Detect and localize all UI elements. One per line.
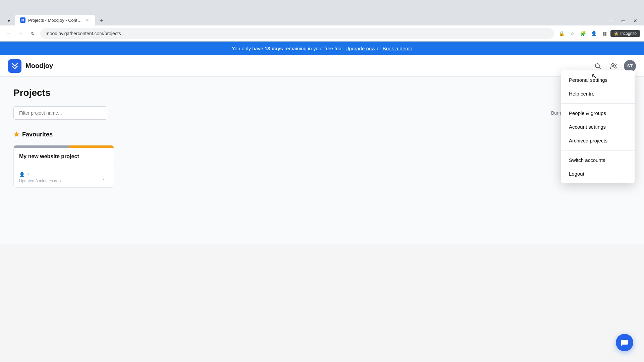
extension-icon[interactable]: 🧩: [578, 29, 588, 38]
menu-item-archived-projects[interactable]: Archived projects: [561, 134, 635, 147]
tab-favicon: M: [20, 17, 25, 23]
card-progress-bar: [14, 145, 114, 148]
address-bar: ← → ↻ 🔒 ☆ 🧩 👤 ▦ 🕵 Incognito: [0, 25, 644, 42]
forward-btn[interactable]: →: [16, 29, 25, 38]
browser-chrome: ▾ M Projects - Moodjoy - Content W ✕ + ─…: [0, 0, 644, 42]
archived-projects-label: Archived projects: [569, 138, 607, 143]
incognito-icon: 🕵: [614, 31, 619, 36]
user-icon: 👤: [19, 172, 25, 177]
menu-item-account-settings[interactable]: Account settings: [561, 120, 635, 134]
address-input[interactable]: [40, 28, 554, 39]
refresh-btn[interactable]: ↻: [28, 29, 38, 38]
banner-text-middle: remaining in your free trial.: [284, 46, 345, 51]
close-btn[interactable]: ✕: [631, 16, 640, 25]
active-tab[interactable]: M Projects - Moodjoy - Content W ✕: [15, 15, 95, 25]
menu-item-help-centre[interactable]: Help centre: [561, 87, 635, 101]
tab-title: Projects - Moodjoy - Content W: [28, 18, 82, 23]
chat-bubble-btn[interactable]: [616, 334, 633, 351]
users-count: 1: [27, 172, 29, 177]
profile-icon[interactable]: 👤: [589, 29, 598, 38]
card-timestamp: Updated 8 minutes ago: [19, 179, 61, 183]
dropdown-divider-2: [561, 150, 635, 150]
page-title: Projects: [13, 87, 631, 98]
tab-dropdown-btn[interactable]: ▾: [4, 16, 13, 25]
card-footer: 👤 1 Updated 8 minutes ago ⋮: [14, 168, 114, 187]
switch-accounts-label: Switch accounts: [569, 157, 605, 163]
star-bookmark-icon[interactable]: ☆: [568, 29, 577, 38]
filter-input[interactable]: [13, 106, 107, 120]
app-name: Moodjoy: [25, 62, 53, 70]
card-title: My new website project: [19, 154, 108, 160]
logo-icon: [8, 59, 21, 73]
tabs-bar: ▾ M Projects - Moodjoy - Content W ✕ + ─…: [0, 13, 644, 25]
minimize-btn[interactable]: ─: [606, 16, 616, 25]
incognito-label: Incognito: [620, 31, 637, 36]
favourites-section: ★ Favourites My new website project 👤 1 …: [13, 130, 631, 188]
menu-item-logout[interactable]: Logout: [561, 167, 635, 181]
trial-banner: You only have 13 days remaining in your …: [0, 42, 644, 55]
browser-titlebar: [0, 0, 644, 13]
menu-item-personal-settings[interactable]: Personal settings: [561, 73, 635, 87]
menu-item-people-groups[interactable]: People & groups: [561, 106, 635, 120]
progress-orange: [69, 145, 114, 148]
svg-line-1: [599, 67, 601, 69]
dropdown-menu: Personal settings Help centre People & g…: [561, 70, 635, 183]
section-label: Favourites: [22, 131, 53, 138]
people-groups-label: People & groups: [569, 110, 606, 116]
incognito-badge: 🕵 Incognito: [610, 30, 640, 37]
main-content: Projects Burning the Example projects ★ …: [0, 77, 644, 244]
card-body: My new website project: [14, 148, 114, 168]
banner-text-prefix: You only have: [232, 46, 265, 51]
back-btn[interactable]: ←: [4, 29, 13, 38]
card-meta: 👤 1: [19, 172, 61, 177]
sidebar-icon[interactable]: ▦: [600, 29, 609, 38]
lock-icon: 🔒: [557, 29, 566, 38]
restore-btn[interactable]: ▭: [619, 16, 628, 25]
banner-days: 13 days: [265, 46, 283, 51]
logo-area[interactable]: Moodjoy: [8, 59, 53, 73]
card-more-btn[interactable]: ⋮: [99, 173, 108, 182]
logout-label: Logout: [569, 171, 584, 177]
upgrade-link[interactable]: Upgrade now: [345, 46, 375, 51]
star-icon: ★: [13, 130, 19, 138]
menu-item-switch-accounts[interactable]: Switch accounts: [561, 153, 635, 167]
section-title: ★ Favourites: [13, 130, 631, 138]
help-centre-label: Help centre: [569, 91, 595, 97]
tab-close-btn[interactable]: ✕: [85, 17, 90, 23]
personal-settings-label: Personal settings: [569, 77, 607, 83]
dropdown-divider-1: [561, 103, 635, 104]
projects-toolbar: Burning the Example projects: [13, 106, 631, 120]
app-header: Moodjoy ST: [0, 55, 644, 77]
svg-point-2: [612, 63, 614, 66]
svg-point-3: [615, 64, 616, 65]
new-tab-btn[interactable]: +: [97, 16, 106, 25]
progress-gray: [14, 145, 69, 148]
banner-or: or: [377, 46, 383, 51]
account-settings-label: Account settings: [569, 124, 606, 130]
book-demo-link[interactable]: Book a demo: [383, 46, 412, 51]
browser-actions: 🔒 ☆ 🧩 👤 ▦ 🕵 Incognito: [557, 29, 640, 38]
project-card[interactable]: My new website project 👤 1 Updated 8 min…: [13, 145, 114, 188]
